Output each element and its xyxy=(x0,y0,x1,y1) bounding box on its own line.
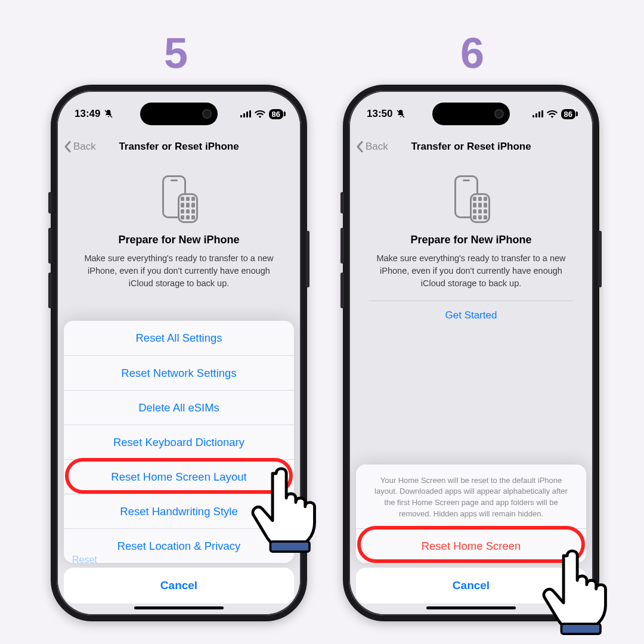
cellular-signal-icon xyxy=(532,110,543,117)
cellular-signal-icon xyxy=(240,110,251,117)
back-label: Back xyxy=(366,141,388,153)
cancel-button[interactable]: Cancel xyxy=(64,568,294,603)
get-started-button[interactable]: Get Started xyxy=(369,301,573,321)
wifi-icon xyxy=(255,110,265,118)
battery-indicator: 86 xyxy=(269,109,283,119)
iphone-frame-step6: 13:50 86 Back Transfer or Reset iPhone xyxy=(343,85,599,621)
reset-options-sheet: Reset All Settings Reset Network Setting… xyxy=(64,321,294,563)
power-button xyxy=(306,231,309,287)
prepare-heading: Prepare for New iPhone xyxy=(369,234,573,246)
cancel-button[interactable]: Cancel xyxy=(356,568,586,603)
prepare-card: Prepare for New iPhone Make sure everyth… xyxy=(66,165,292,299)
nav-header: Back Transfer or Reset iPhone xyxy=(350,134,592,160)
mute-switch xyxy=(48,192,52,213)
dynamic-island xyxy=(140,103,218,125)
reset-home-screen-layout-option[interactable]: Reset Home Screen Layout xyxy=(64,459,294,494)
prepare-body: Make sure everything's ready to transfer… xyxy=(77,252,281,290)
iphone-frame-step5: 13:49 86 Back Transfer or Reset iPhone xyxy=(51,85,307,621)
reset-all-settings-option[interactable]: Reset All Settings xyxy=(64,321,294,355)
reset-network-settings-option[interactable]: Reset Network Settings xyxy=(64,355,294,390)
battery-indicator: 86 xyxy=(561,109,575,119)
reset-handwriting-style-option[interactable]: Reset Handwriting Style xyxy=(64,494,294,528)
mute-switch xyxy=(340,192,344,213)
power-button xyxy=(598,231,602,287)
back-button[interactable]: Back xyxy=(64,141,96,153)
prepare-body: Make sure everything's ready to transfer… xyxy=(369,252,573,290)
confirm-reset-sheet: Your Home Screen will be reset to the de… xyxy=(356,465,586,563)
prepare-card: Prepare for New iPhone Make sure everyth… xyxy=(358,165,584,331)
nav-header: Back Transfer or Reset iPhone xyxy=(58,134,300,160)
reset-keyboard-dictionary-option[interactable]: Reset Keyboard Dictionary xyxy=(64,425,294,459)
reset-peek-text: Reset xyxy=(72,555,97,565)
volume-down-button xyxy=(48,273,52,308)
back-label: Back xyxy=(73,141,96,153)
svg-rect-3 xyxy=(561,624,600,634)
transfer-devices-icon xyxy=(160,175,198,223)
status-time: 13:49 xyxy=(75,108,100,120)
wifi-icon xyxy=(547,110,558,118)
home-indicator xyxy=(134,606,224,609)
home-indicator xyxy=(426,606,516,609)
volume-up-button xyxy=(48,228,52,264)
chevron-left-icon xyxy=(356,141,364,153)
status-time: 13:50 xyxy=(367,108,392,120)
bell-slash-icon xyxy=(396,109,405,119)
confirm-description: Your Home Screen will be reset to the de… xyxy=(356,465,586,528)
volume-up-button xyxy=(340,228,344,264)
reset-location-privacy-option[interactable]: Reset Location & Privacy xyxy=(64,528,294,563)
screen-step5: 13:49 86 Back Transfer or Reset iPhone xyxy=(58,92,300,614)
transfer-devices-icon xyxy=(452,175,490,223)
screen-step6: 13:50 86 Back Transfer or Reset iPhone xyxy=(350,92,592,614)
prepare-heading: Prepare for New iPhone xyxy=(77,234,281,246)
dynamic-island xyxy=(432,103,510,125)
back-button[interactable]: Back xyxy=(356,141,388,153)
chevron-left-icon xyxy=(64,141,72,153)
bell-slash-icon xyxy=(104,109,113,119)
delete-all-esims-option[interactable]: Delete All eSIMs xyxy=(64,390,294,425)
step-number-6: 6 xyxy=(460,29,484,78)
step-number-5: 5 xyxy=(164,29,188,78)
reset-home-screen-confirm-button[interactable]: Reset Home Screen xyxy=(356,528,586,563)
volume-down-button xyxy=(340,273,344,308)
